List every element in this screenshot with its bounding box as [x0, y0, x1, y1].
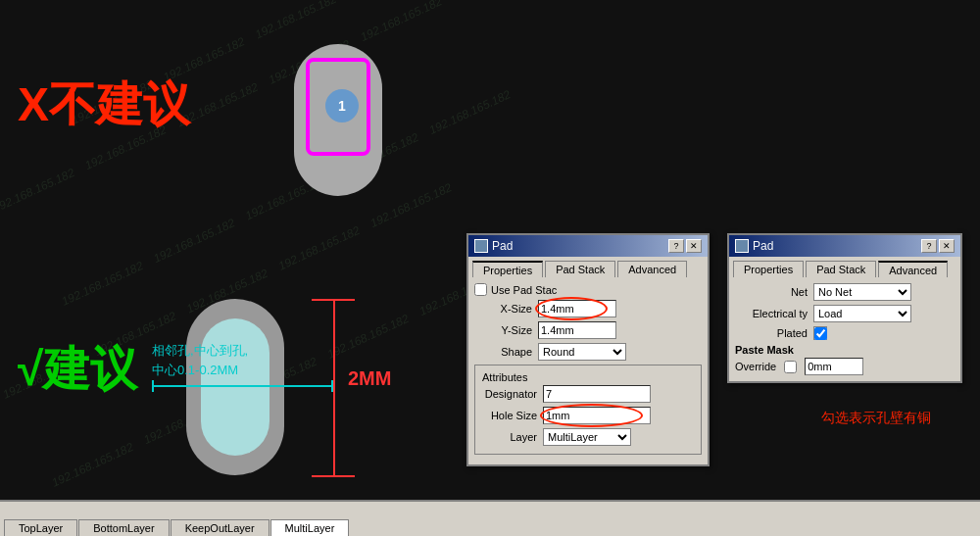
info-text: 相邻孔,中心到孔, 中心0.1-0.2MM — [152, 341, 248, 379]
dialog2-body: Net No Net Electrical ty Load Source Ter… — [729, 277, 960, 381]
dim-cap-bottom — [312, 475, 355, 477]
holesize-input[interactable] — [543, 407, 651, 424]
layer-label: Layer — [479, 431, 543, 443]
designator-label: Designator — [479, 388, 543, 400]
layer-row: Layer MultiLayer TopLayer BottomLayer — [479, 428, 697, 446]
layer-select[interactable]: MultiLayer TopLayer BottomLayer — [543, 428, 631, 446]
shape-select[interactable]: Round Rectangle Oval — [538, 343, 626, 361]
ysize-input[interactable] — [538, 321, 616, 339]
holesize-input-wrap — [543, 407, 651, 424]
net-row: Net No Net — [735, 283, 955, 301]
plated-checkbox[interactable] — [814, 327, 827, 340]
dialog1-tab-advanced[interactable]: Advanced — [617, 261, 687, 277]
dialog2-help-btn[interactable]: ? — [921, 239, 937, 253]
pad-dialog-2: Pad ? ✕ Properties Pad Stack Advanced Ne… — [727, 233, 962, 383]
x-label: X不建议 — [18, 73, 190, 136]
shape-row: Shape Round Rectangle Oval — [474, 343, 702, 361]
xsize-label: X-Size — [474, 303, 538, 315]
use-pad-stack-label: Use Pad Stac — [491, 284, 557, 296]
dialog1-help-btn[interactable]: ? — [668, 239, 684, 253]
dialog1-controls[interactable]: ? ✕ — [668, 239, 702, 253]
status-tab-keepoutlayer[interactable]: KeepOutLayer — [171, 519, 270, 536]
bottom-pad-outer — [186, 299, 284, 475]
dialog1-tabs: Properties Pad Stack Advanced — [468, 257, 708, 277]
top-pad-circle: 1 — [325, 89, 359, 122]
net-select[interactable]: No Net — [813, 283, 911, 301]
electrical-row: Electrical ty Load Source Terminator — [735, 305, 955, 322]
dialog1-tab-properties[interactable]: Properties — [472, 261, 543, 277]
statusbar-tabs: TopLayer BottomLayer KeepOutLayer MultiL… — [0, 502, 353, 536]
designator-input[interactable] — [543, 385, 651, 403]
override-input[interactable] — [805, 358, 863, 375]
ysize-label: Y-Size — [474, 324, 538, 336]
dialog1-body: Use Pad Stac X-Size Y-Size Shape Round R… — [468, 277, 708, 464]
override-row: Override — [735, 358, 955, 375]
designator-row: Designator — [479, 385, 697, 403]
bottom-pad-inner — [201, 318, 270, 456]
pad-icon-2 — [735, 239, 749, 253]
top-pad-magenta-border: 1 — [306, 58, 370, 156]
holesize-label: Hole Size — [479, 410, 543, 421]
dialog1-tab-padstack[interactable]: Pad Stack — [545, 261, 615, 277]
paste-mask-section: Paste Mask — [735, 344, 955, 356]
arrow-left-cap — [152, 380, 154, 392]
dim-cap-top — [312, 299, 355, 301]
dialog1-titlebar: Pad ? ✕ — [468, 235, 708, 257]
status-tab-multilayer[interactable]: MultiLayer — [270, 519, 350, 536]
holesize-row: Hole Size — [479, 407, 697, 424]
electrical-label: Electrical ty — [735, 308, 813, 319]
use-pad-stack-row: Use Pad Stac — [474, 283, 702, 296]
dialog2-title: Pad — [735, 239, 773, 253]
attributes-label: Attributes — [479, 371, 530, 383]
dialog2-tab-properties[interactable]: Properties — [733, 261, 804, 277]
plated-checkbox-display — [813, 326, 827, 340]
dialog2-tab-padstack[interactable]: Pad Stack — [806, 261, 876, 277]
electrical-select[interactable]: Load Source Terminator — [813, 305, 911, 322]
plated-row: Plated — [735, 326, 955, 340]
pad-icon — [474, 239, 488, 253]
xsize-input[interactable] — [538, 300, 616, 317]
horizontal-arrow-line — [152, 385, 333, 387]
copper-annotation: 勾选表示孔壁有铜 — [821, 410, 931, 427]
dimension-label: 2MM — [348, 367, 391, 390]
shape-label: Shape — [474, 346, 538, 358]
vertical-dim-line — [333, 299, 335, 475]
xsize-row: X-Size — [474, 300, 702, 317]
attributes-group: Attributes Designator Hole Size Layer Mu… — [474, 365, 702, 455]
ysize-row: Y-Size — [474, 321, 702, 339]
status-tab-bottomlayer[interactable]: BottomLayer — [78, 519, 169, 536]
statusbar: TopLayer BottomLayer KeepOutLayer MultiL… — [0, 500, 980, 536]
dialog2-tab-advanced[interactable]: Advanced — [878, 261, 948, 277]
dialog2-close-btn[interactable]: ✕ — [939, 239, 955, 253]
net-label: Net — [735, 286, 813, 298]
status-tab-toplayer[interactable]: TopLayer — [4, 519, 77, 536]
use-pad-stack-checkbox[interactable] — [474, 283, 487, 296]
dialog2-tabs: Properties Pad Stack Advanced — [729, 257, 960, 277]
override-label: Override — [735, 361, 776, 372]
dialog1-close-btn[interactable]: ✕ — [686, 239, 702, 253]
plated-label: Plated — [735, 327, 813, 339]
dialog2-controls[interactable]: ? ✕ — [921, 239, 955, 253]
xsize-input-wrap — [538, 300, 616, 317]
pad-dialog-1: Pad ? ✕ Properties Pad Stack Advanced Us… — [466, 233, 710, 466]
top-pad-outer: 1 — [294, 44, 382, 196]
override-checkbox[interactable] — [784, 361, 797, 373]
dialog1-title: Pad — [474, 239, 513, 253]
v-label: √建议 — [18, 338, 137, 401]
dialog2-titlebar: Pad ? ✕ — [729, 235, 960, 257]
